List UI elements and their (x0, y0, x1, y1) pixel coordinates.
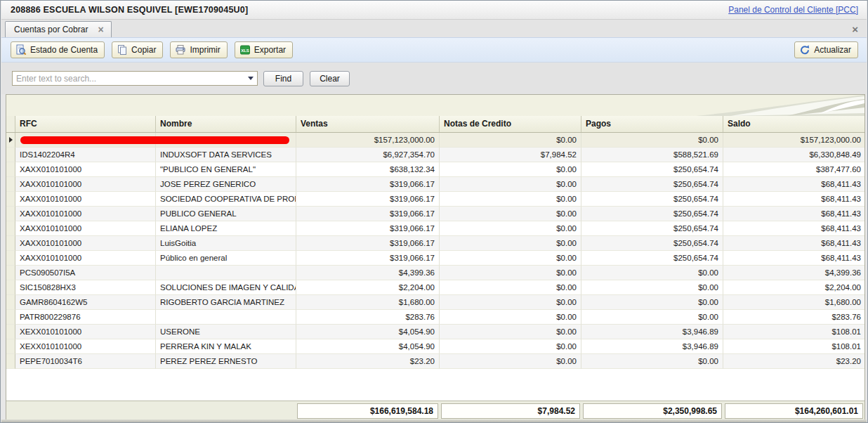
cell-nombre (156, 266, 296, 280)
table-row[interactable]: XEXX010101000 USERONE $4,054.90 $0.00 $3… (6, 325, 864, 339)
cell-pagos: $250,654.74 (581, 251, 723, 266)
cell-ventas: $319,066.17 (296, 192, 440, 207)
table-row[interactable]: SIC150828HX3 SOLUCIONES DE IMAGEN Y CALI… (6, 280, 864, 295)
cell-notas-de-credito: $7,984.52 (440, 148, 581, 162)
column-header-saldo[interactable]: Saldo (723, 116, 865, 132)
table-row[interactable]: PEPE7010034T6 PEREZ PEREZ ERNESTO $23.20… (6, 354, 864, 369)
button-label: Imprimir (190, 45, 220, 55)
cell-pagos: $250,654.74 (581, 236, 723, 251)
cell-rfc: XAXX010101000 (15, 192, 156, 207)
cell-ventas: $157,123,000.00 (296, 133, 440, 148)
table-row[interactable]: XAXX010101000 JOSE PEREZ GENERICO $319,0… (6, 177, 864, 192)
grid-empty-area (6, 369, 864, 401)
svg-text:XLS: XLS (241, 48, 249, 53)
search-panel: Find Clear (1, 63, 867, 94)
table-row[interactable]: XAXX010101000 ELIANA LOPEZ $319,066.17 $… (6, 221, 864, 236)
focused-row-arrow-icon (9, 137, 13, 143)
table-row[interactable]: IDS1402204R4 INDUXSOFT DATA SERVICES $6,… (6, 148, 864, 162)
cell-saldo: $108.01 (723, 325, 865, 339)
estado-de-cuenta-button[interactable]: Estado de Cuenta (11, 41, 105, 58)
row-indicator-cell (6, 162, 15, 177)
row-indicator-cell (6, 177, 15, 192)
cell-nombre: ELIANA LOPEZ (156, 221, 296, 236)
button-label: Copiar (131, 45, 156, 55)
table-row[interactable]: PCS090507I5A $4,399.36 $0.00 $0.00 $4,39… (6, 266, 864, 280)
clear-button[interactable]: Clear (310, 71, 350, 86)
cell-notas-de-credito: $0.00 (440, 266, 581, 280)
find-button[interactable]: Find (263, 71, 303, 86)
cell-ventas: $283.76 (296, 310, 440, 325)
cell-rfc: PATR800229876 (15, 310, 156, 325)
cell-pagos: $588,521.69 (581, 148, 723, 162)
cell-nombre: PUBLICO GENERAL (156, 207, 296, 221)
panel-close-icon[interactable]: × (852, 24, 858, 34)
cell-pagos: $0.00 (581, 310, 723, 325)
column-header-rfc[interactable]: RFC (15, 116, 156, 132)
cell-nombre (156, 310, 296, 325)
table-row[interactable]: PATR800229876 $283.76 $0.00 $0.00 $283.7… (6, 310, 864, 325)
column-header-pagos[interactable]: Pagos (581, 116, 723, 132)
cell-rfc: XEXX010101000 (15, 339, 156, 354)
row-indicator-cell (6, 325, 15, 339)
column-header-ventas[interactable]: Ventas (296, 116, 440, 132)
grid-footer: $166,619,584.18 $7,984.52 $2,350,998.65 … (6, 401, 864, 420)
cell-rfc: XAXX010101000 (15, 207, 156, 221)
cell-nombre: "PUBLICO EN GENERAL" (156, 162, 296, 177)
grid-rows: $157,123,000.00 $0.00 $0.00 $157,123,000… (6, 133, 864, 369)
cell-saldo: $2,204.00 (723, 280, 865, 295)
cell-nombre: PEREZ PEREZ ERNESTO (156, 354, 296, 369)
total-pagos: $2,350,998.65 (583, 403, 722, 419)
button-label: Estado de Cuenta (30, 45, 98, 55)
tab-close-icon[interactable]: × (98, 25, 103, 34)
cell-ventas: $638,132.34 (296, 162, 440, 177)
table-row[interactable]: XAXX010101000 "PUBLICO EN GENERAL" $638,… (6, 162, 864, 177)
table-row[interactable]: XAXX010101000 SOCIEDAD COOPERATIVA DE PR… (6, 192, 864, 207)
column-header-notas-de-credito[interactable]: Notas de Credito (440, 116, 581, 132)
exportar-button[interactable]: XLS Exportar (235, 41, 293, 58)
app-window: 208886 ESCUELA WILSON ESQUIVEL [EWE17090… (0, 0, 868, 423)
table-row[interactable]: $157,123,000.00 $0.00 $0.00 $157,123,000… (6, 133, 864, 148)
cell-notas-de-credito: $0.00 (440, 177, 581, 192)
cell-rfc: PCS090507I5A (15, 266, 156, 280)
cell-ventas: $4,054.90 (296, 325, 440, 339)
grid-header-row: RFC Nombre Ventas Notas de Credito Pagos… (6, 116, 864, 133)
table-row[interactable]: XEXX010101000 PERRERA KIN Y MALAK $4,054… (6, 339, 864, 354)
copiar-button[interactable]: Copiar (112, 41, 163, 58)
window-bottom-edge (1, 419, 867, 422)
window-title: 208886 ESCUELA WILSON ESQUIVEL [EWE17090… (11, 5, 248, 15)
cell-ventas: $6,927,354.70 (296, 148, 440, 162)
cell-nombre: SOLUCIONES DE IMAGEN Y CALIDAD ... (156, 280, 296, 295)
cell-nombre: SOCIEDAD COOPERATIVA DE PRODU... (156, 192, 296, 207)
accounts-receivable-grid: RFC Nombre Ventas Notas de Credito Pagos… (6, 94, 865, 421)
cell-nombre: INDUXSOFT DATA SERVICES (156, 148, 296, 162)
cell-nombre: USERONE (156, 325, 296, 339)
table-row[interactable]: GAMR8604162W5 RIGOBERTO GARCIA MARTINEZ … (6, 295, 864, 310)
cell-ventas: $319,066.17 (296, 177, 440, 192)
cell-saldo: $283.76 (723, 310, 865, 325)
imprimir-button[interactable]: Imprimir (170, 41, 227, 58)
total-saldo: $164,260,601.01 (725, 403, 863, 419)
cell-pagos: $3,946.89 (581, 339, 723, 354)
cell-pagos: $0.00 (581, 295, 723, 310)
cell-notas-de-credito: $0.00 (440, 251, 581, 266)
header-indicator-cell (6, 116, 15, 132)
cell-saldo: $68,411.43 (723, 251, 865, 266)
table-row[interactable]: XAXX010101000 LuisGoitia $319,066.17 $0.… (6, 236, 864, 251)
actualizar-button[interactable]: Actualizar (794, 41, 858, 58)
search-input[interactable] (13, 74, 244, 84)
grid-group-panel (6, 95, 864, 116)
tab-cuentas-por-cobrar[interactable]: Cuentas por Cobrar × (5, 21, 112, 37)
cell-pagos: $0.00 (581, 266, 723, 280)
search-dropdown-button[interactable] (244, 72, 257, 85)
table-row[interactable]: XAXX010101000 PUBLICO GENERAL $319,066.1… (6, 207, 864, 221)
row-indicator-cell (6, 339, 15, 354)
cell-nombre: RIGOBERTO GARCIA MARTINEZ (156, 295, 296, 310)
cell-rfc: XAXX010101000 (15, 162, 156, 177)
cell-saldo: $157,123,000.00 (723, 133, 865, 148)
client-panel-link[interactable]: Panel de Control del Cliente [PCC] (728, 5, 858, 15)
table-row[interactable]: XAXX010101000 Público en general $319,06… (6, 251, 864, 266)
redaction-bar (20, 136, 289, 144)
title-bar: 208886 ESCUELA WILSON ESQUIVEL [EWE17090… (1, 1, 867, 20)
column-header-nombre[interactable]: Nombre (156, 116, 296, 132)
toolbar: Estado de Cuenta Copiar Imprimir (1, 37, 867, 63)
